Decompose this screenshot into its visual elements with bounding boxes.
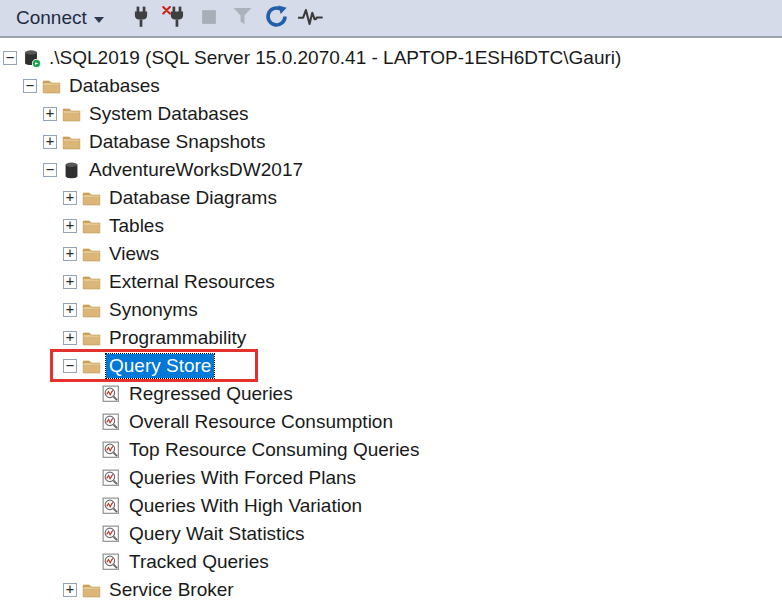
tree-row[interactable]: − Databases [0, 72, 782, 100]
node-label[interactable]: Database Snapshots [86, 130, 268, 154]
report-icon [102, 385, 121, 404]
expand-plus-toggle[interactable]: + [63, 331, 77, 345]
activity-monitor-button[interactable] [294, 2, 328, 34]
object-explorer-toolbar: Connect [0, 0, 782, 38]
node-label[interactable]: External Resources [106, 270, 278, 294]
refresh-icon [265, 5, 288, 31]
node-label[interactable]: Database Diagrams [106, 186, 280, 210]
collapse-minus-toggle[interactable]: − [3, 51, 17, 65]
folder-icon [42, 77, 61, 96]
tree-row[interactable]: − Query Store [0, 352, 782, 380]
expand-plus-toggle[interactable]: + [43, 107, 57, 121]
toolbar-icon-group [124, 2, 328, 34]
node-label[interactable]: Query Wait Statistics [126, 522, 308, 546]
node-label[interactable]: Service Broker [106, 578, 237, 602]
collapse-minus-toggle[interactable]: − [63, 359, 77, 373]
folder-icon [82, 217, 101, 236]
expand-plus-toggle[interactable]: + [63, 247, 77, 261]
report-icon [102, 413, 121, 432]
node-label[interactable]: Programmability [106, 326, 249, 350]
folder-icon [82, 301, 101, 320]
tree-row[interactable]: Overall Resource Consumption [0, 408, 782, 436]
dropdown-caret-icon [94, 17, 104, 23]
expand-plus-toggle[interactable]: + [43, 135, 57, 149]
connect-label: Connect [16, 7, 87, 29]
tree-row[interactable]: Queries With Forced Plans [0, 464, 782, 492]
node-label[interactable]: Synonyms [106, 298, 201, 322]
node-label[interactable]: Regressed Queries [126, 382, 296, 406]
node-label[interactable]: Views [106, 242, 162, 266]
folder-icon [82, 581, 101, 600]
tree-row[interactable]: + External Resources [0, 268, 782, 296]
tree-row[interactable]: Regressed Queries [0, 380, 782, 408]
server-icon [22, 49, 41, 68]
collapse-minus-toggle[interactable]: − [23, 79, 37, 93]
node-label[interactable]: System Databases [86, 102, 251, 126]
tree-row[interactable]: + Database Diagrams [0, 184, 782, 212]
stop-button [192, 2, 226, 34]
node-label[interactable]: Tables [106, 214, 167, 238]
tree-row[interactable]: − .\SQL2019 (SQL Server 15.0.2070.41 - L… [0, 44, 782, 72]
node-label[interactable]: .\SQL2019 (SQL Server 15.0.2070.41 - LAP… [46, 46, 624, 70]
collapse-minus-toggle[interactable]: − [43, 163, 57, 177]
filter-button [226, 2, 260, 34]
tree-row[interactable]: Queries With High Variation [0, 492, 782, 520]
node-label[interactable]: Databases [66, 74, 163, 98]
expand-plus-toggle[interactable]: + [63, 191, 77, 205]
tree-row[interactable]: − AdventureWorksDW2017 [0, 156, 782, 184]
connect-button[interactable]: Connect [10, 3, 110, 33]
tree-row[interactable]: + Views [0, 240, 782, 268]
folder-icon [82, 245, 101, 264]
database-icon [62, 161, 81, 180]
expand-plus-toggle[interactable]: + [63, 275, 77, 289]
folder-icon [62, 133, 81, 152]
tree-row[interactable]: + System Databases [0, 100, 782, 128]
plug-icon [131, 6, 151, 31]
filter-icon [232, 6, 253, 30]
tree-row[interactable]: + Programmability [0, 324, 782, 352]
tree-row[interactable]: + Tables [0, 212, 782, 240]
refresh-button[interactable] [260, 2, 294, 34]
stop-icon [199, 7, 219, 30]
node-label[interactable]: Overall Resource Consumption [126, 410, 396, 434]
report-icon [102, 553, 121, 572]
tree-row[interactable]: Tracked Queries [0, 548, 782, 576]
node-label[interactable]: Queries With High Variation [126, 494, 365, 518]
activity-pulse-icon [298, 7, 323, 30]
node-label[interactable]: Queries With Forced Plans [126, 466, 359, 490]
node-label[interactable]: Tracked Queries [126, 550, 272, 574]
folder-icon [82, 189, 101, 208]
tree-row[interactable]: + Database Snapshots [0, 128, 782, 156]
folder-icon [82, 329, 101, 348]
expand-plus-toggle[interactable]: + [63, 583, 77, 597]
node-label[interactable]: AdventureWorksDW2017 [86, 158, 306, 182]
folder-icon [82, 273, 101, 292]
node-label[interactable]: Query Store [106, 354, 214, 378]
expand-plus-toggle[interactable]: + [63, 303, 77, 317]
report-icon [102, 525, 121, 544]
tree-row[interactable]: Query Wait Statistics [0, 520, 782, 548]
object-explorer-tree: − .\SQL2019 (SQL Server 15.0.2070.41 - L… [0, 38, 782, 602]
report-icon [102, 469, 121, 488]
tree-row[interactable]: + Service Broker [0, 576, 782, 602]
plug-disconnect-icon [162, 6, 187, 31]
tree-row[interactable]: Top Resource Consuming Queries [0, 436, 782, 464]
folder-icon [62, 105, 81, 124]
folder-icon [82, 357, 101, 376]
disconnect-object-explorer-button[interactable] [158, 2, 192, 34]
report-icon [102, 441, 121, 460]
report-icon [102, 497, 121, 516]
expand-plus-toggle[interactable]: + [63, 219, 77, 233]
tree-row[interactable]: + Synonyms [0, 296, 782, 324]
node-label[interactable]: Top Resource Consuming Queries [126, 438, 422, 462]
connect-object-explorer-button[interactable] [124, 2, 158, 34]
